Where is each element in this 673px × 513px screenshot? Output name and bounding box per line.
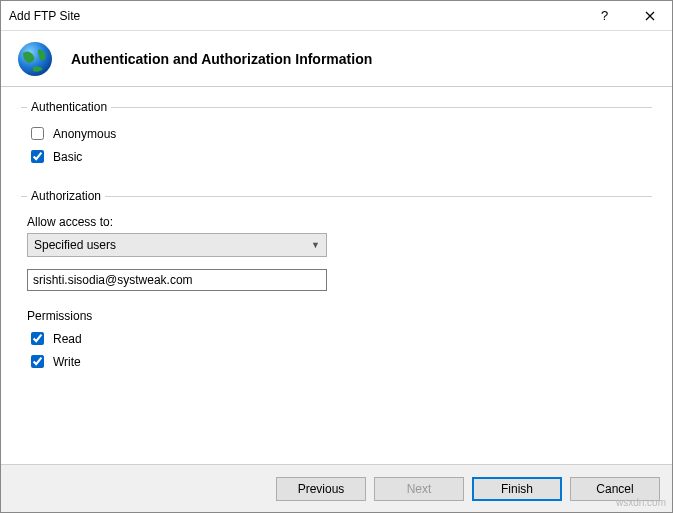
user-input[interactable] — [27, 269, 327, 291]
basic-checkbox-row[interactable]: Basic — [27, 147, 646, 166]
allow-access-value: Specified users — [34, 238, 116, 252]
previous-button[interactable]: Previous — [276, 477, 366, 501]
anonymous-checkbox-row[interactable]: Anonymous — [27, 124, 646, 143]
allow-access-label: Allow access to: — [27, 215, 646, 229]
permissions-label: Permissions — [27, 309, 646, 323]
help-button[interactable]: ? — [582, 1, 627, 30]
close-button[interactable] — [627, 1, 672, 30]
anonymous-checkbox[interactable] — [31, 127, 44, 140]
allow-access-select[interactable]: Specified users ▼ — [27, 233, 327, 257]
write-checkbox[interactable] — [31, 355, 44, 368]
watermark: wsxdn.com — [616, 497, 666, 508]
chevron-down-icon: ▼ — [311, 240, 320, 250]
write-checkbox-row[interactable]: Write — [27, 352, 646, 371]
window-title: Add FTP Site — [9, 9, 582, 23]
authorization-group: Authorization Allow access to: Specified… — [21, 196, 652, 371]
close-icon — [645, 11, 655, 21]
write-label: Write — [53, 355, 81, 369]
read-checkbox-row[interactable]: Read — [27, 329, 646, 348]
read-checkbox[interactable] — [31, 332, 44, 345]
anonymous-label: Anonymous — [53, 127, 116, 141]
basic-checkbox[interactable] — [31, 150, 44, 163]
wizard-title: Authentication and Authorization Informa… — [71, 51, 372, 67]
wizard-header: Authentication and Authorization Informa… — [1, 31, 672, 87]
basic-label: Basic — [53, 150, 82, 164]
read-label: Read — [53, 332, 82, 346]
finish-button[interactable]: Finish — [472, 477, 562, 501]
content-area: Authentication Anonymous Basic Authoriza… — [1, 87, 672, 462]
wizard-footer: Previous Next Finish Cancel — [1, 464, 672, 512]
globe-icon — [15, 39, 55, 79]
authorization-label: Authorization — [27, 189, 105, 203]
next-button: Next — [374, 477, 464, 501]
authentication-label: Authentication — [27, 100, 111, 114]
authentication-group: Authentication Anonymous Basic — [21, 107, 652, 166]
titlebar: Add FTP Site ? — [1, 1, 672, 31]
